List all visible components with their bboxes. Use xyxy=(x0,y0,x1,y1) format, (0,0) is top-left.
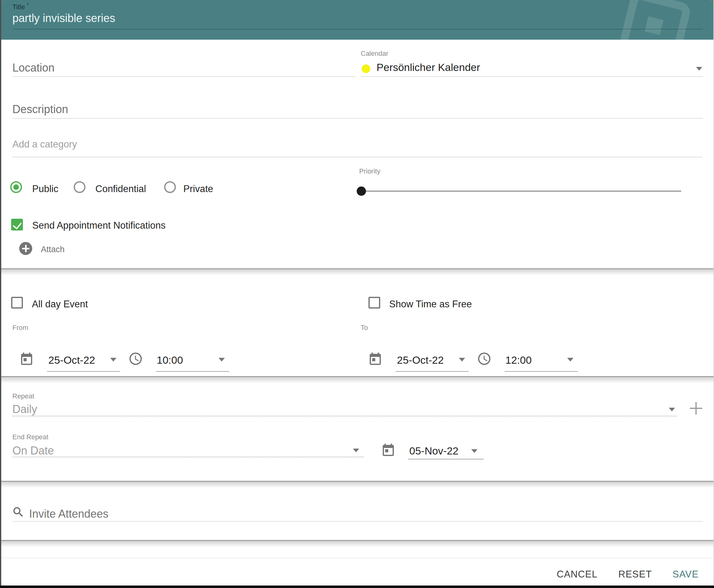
calendar-underline xyxy=(361,76,703,77)
dialog-header: Title * partly invisible series xyxy=(0,0,714,40)
all-day-label[interactable]: All day Event xyxy=(32,299,88,310)
appointment-dialog: Title * partly invisible series Location… xyxy=(0,0,714,586)
radio-public[interactable] xyxy=(10,181,22,193)
radio-confidential[interactable] xyxy=(74,181,85,193)
calendar-select[interactable]: Persönlicher Kalender xyxy=(376,61,480,74)
radio-public-label[interactable]: Public xyxy=(32,183,58,194)
radio-private-label[interactable]: Private xyxy=(183,183,213,194)
window-bottom-bar xyxy=(0,586,714,588)
footer-divider xyxy=(0,558,714,558)
notifications-checkbox[interactable] xyxy=(11,219,23,230)
clock-icon[interactable] xyxy=(128,351,143,366)
save-button[interactable]: SAVE xyxy=(672,569,698,580)
show-free-checkbox[interactable] xyxy=(368,297,380,309)
from-time-underline xyxy=(156,371,229,372)
add-recurrence-icon[interactable] xyxy=(690,402,702,415)
to-time-caret-icon[interactable] xyxy=(567,358,574,361)
location-underline xyxy=(13,76,356,77)
location-input[interactable]: Location xyxy=(13,61,55,75)
radio-private[interactable] xyxy=(164,181,176,193)
cancel-button[interactable]: CANCEL xyxy=(557,569,598,580)
invite-attendees-input[interactable]: Invite Attendees xyxy=(29,507,108,521)
search-icon xyxy=(12,506,25,519)
priority-slider-thumb[interactable] xyxy=(357,187,366,196)
clock-icon[interactable] xyxy=(477,351,492,366)
notifications-label[interactable]: Send Appointment Notifications xyxy=(32,220,166,231)
to-date-select[interactable]: 25-Oct-22 xyxy=(397,354,444,366)
from-date-select[interactable]: 25-Oct-22 xyxy=(48,354,95,366)
end-date-caret-icon[interactable] xyxy=(471,449,477,453)
to-date-caret-icon[interactable] xyxy=(459,358,465,361)
priority-label: Priority xyxy=(359,167,380,175)
calendar-caret-icon[interactable] xyxy=(696,67,702,71)
category-underline xyxy=(13,157,703,158)
repeat-caret-icon[interactable] xyxy=(669,408,675,412)
to-date-underline xyxy=(396,371,469,372)
required-asterisk: * xyxy=(27,2,29,8)
from-time-caret-icon[interactable] xyxy=(219,358,225,361)
calendar-color-dot-icon xyxy=(362,64,370,73)
section-separator xyxy=(0,268,714,275)
section-separator xyxy=(0,376,714,383)
repeat-label: Repeat xyxy=(13,392,35,400)
calendar-icon[interactable] xyxy=(381,442,396,458)
to-label: To xyxy=(361,324,368,332)
attach-button[interactable]: Attach xyxy=(41,245,65,254)
title-underline xyxy=(13,29,703,29)
end-repeat-caret-icon[interactable] xyxy=(353,448,359,452)
window-left-edge xyxy=(0,0,1,588)
to-time-underline xyxy=(505,371,578,372)
all-day-checkbox[interactable] xyxy=(11,297,23,309)
attach-plus-icon[interactable] xyxy=(19,242,32,255)
calendar-icon[interactable] xyxy=(19,351,34,367)
from-label: From xyxy=(13,324,28,332)
repeat-underline xyxy=(13,416,676,416)
from-date-caret-icon[interactable] xyxy=(110,358,116,361)
end-repeat-label: End Repeat xyxy=(13,433,48,441)
from-date-underline xyxy=(47,371,120,372)
title-label: Title * xyxy=(13,2,29,11)
show-free-label[interactable]: Show Time as Free xyxy=(389,299,472,310)
end-date-select[interactable]: 05-Nov-22 xyxy=(409,445,458,457)
kopano-logo-watermark xyxy=(614,0,693,54)
calendar-icon[interactable] xyxy=(368,351,383,367)
priority-slider-track[interactable] xyxy=(361,191,681,192)
calendar-label: Calendar xyxy=(361,49,388,58)
radio-confidential-label[interactable]: Confidential xyxy=(95,183,146,194)
description-underline xyxy=(13,118,703,119)
title-input[interactable]: partly invisible series xyxy=(13,12,115,25)
section-separator xyxy=(0,540,714,547)
invite-attendees-underline xyxy=(13,521,703,522)
end-repeat-underline xyxy=(13,457,364,457)
reset-button[interactable]: RESET xyxy=(618,569,652,580)
category-input[interactable]: Add a category xyxy=(13,139,77,150)
section-separator xyxy=(0,481,714,488)
to-time-select[interactable]: 12:00 xyxy=(505,354,532,366)
end-date-underline xyxy=(408,459,484,459)
end-repeat-select[interactable]: On Date xyxy=(13,444,54,457)
description-input[interactable]: Description xyxy=(13,103,68,116)
from-time-select[interactable]: 10:00 xyxy=(157,354,183,366)
repeat-select[interactable]: Daily xyxy=(13,403,37,416)
